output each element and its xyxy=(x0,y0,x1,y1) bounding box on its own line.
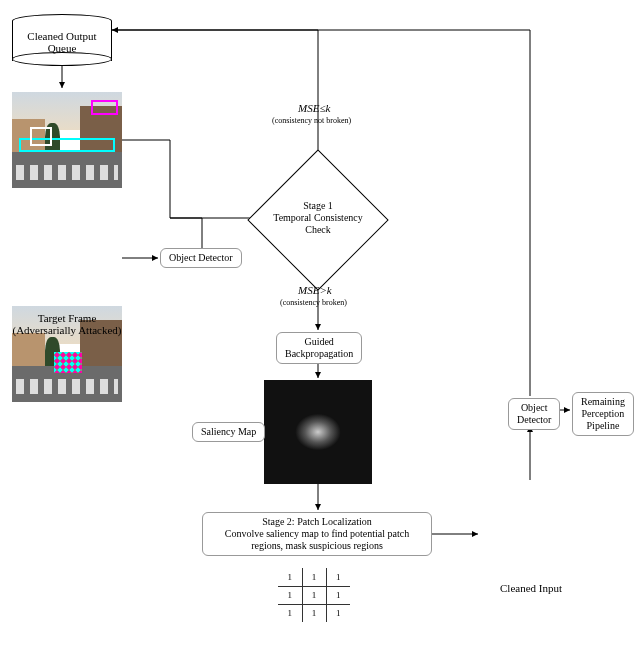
guided-backprop-label: Guided Backpropagation xyxy=(276,332,362,364)
remaining-pipeline-label: Remaining Perception Pipeline xyxy=(572,392,634,436)
convolution-kernel: 111 111 111 xyxy=(278,568,350,622)
stage2-label: Stage 2: Patch Localization Convolve sal… xyxy=(202,512,432,556)
saliency-map-image xyxy=(264,380,372,484)
previous-frame-image xyxy=(12,92,122,188)
queue-label: Cleaned Output Queue xyxy=(12,30,112,54)
mse-le-label: MSE≤k xyxy=(298,102,330,114)
object-detector-label-1: Object Detector xyxy=(160,248,242,268)
cleaned-output-queue: Cleaned Output Queue xyxy=(12,14,112,66)
mse-le-note: (consistency not broken) xyxy=(272,116,351,125)
saliency-map-label: Saliency Map xyxy=(192,422,265,442)
object-detector-label-2: Object Detector xyxy=(508,398,560,430)
cleaned-input-label: Cleaned Input xyxy=(480,582,582,594)
mse-gt-note: (consistency broken) xyxy=(280,298,347,307)
target-frame-label: Target Frame (Adversarially Attacked) xyxy=(0,312,134,336)
stage1-label: Stage 1 Temporal Consistency Check xyxy=(258,200,378,236)
mse-gt-label: MSE>k xyxy=(298,284,332,296)
